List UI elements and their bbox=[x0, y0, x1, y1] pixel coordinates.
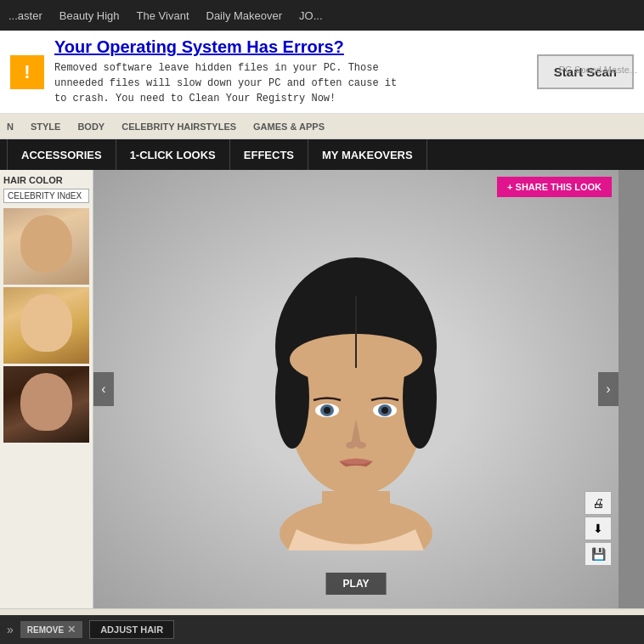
main-canvas: + SHARE THIS LOOK ‹ › PLAY 🖨 ⬇ 💾 bbox=[93, 170, 619, 608]
face-image bbox=[229, 228, 483, 551]
celebrity-thumb-2[interactable] bbox=[3, 287, 89, 364]
nav-item-daily-makeover[interactable]: Daily Makeover bbox=[206, 9, 283, 22]
hair-color-label: HAIR COLOR bbox=[3, 175, 89, 185]
nav-item-jo[interactable]: JO... bbox=[299, 9, 322, 22]
main-navigation: ACCESSORIES 1-CLICK LOOKS EFFECTS MY MAK… bbox=[0, 139, 644, 170]
ad-body: Removed software leave hidden files in y… bbox=[54, 60, 527, 106]
adjust-hair-button[interactable]: ADJUST HAIR bbox=[89, 620, 174, 639]
top-navigation: ...aster Beauty High The Vivant Daily Ma… bbox=[0, 0, 644, 31]
secondary-navigation: N STYLE BODY CELEBRITY HAIRSTYLES GAMES … bbox=[0, 114, 644, 139]
sec-nav-n[interactable]: N bbox=[7, 121, 14, 132]
sec-nav-games-apps[interactable]: GAMES & APPS bbox=[253, 121, 325, 132]
remove-button[interactable]: REMOVE ✕ bbox=[20, 621, 82, 638]
svg-point-13 bbox=[381, 407, 388, 414]
warning-icon: ! bbox=[10, 55, 44, 89]
svg-point-12 bbox=[324, 407, 330, 414]
right-panel bbox=[619, 170, 644, 608]
svg-rect-1 bbox=[322, 491, 390, 542]
footer-bar: » REMOVE ✕ ADJUST HAIR bbox=[0, 615, 644, 644]
celebrity-thumb-1[interactable] bbox=[3, 208, 89, 285]
nav-accessories[interactable]: ACCESSORIES bbox=[7, 139, 116, 170]
download-button[interactable]: ⬇ bbox=[585, 517, 612, 540]
arrows-icon: » bbox=[7, 623, 14, 636]
ad-sponsor-label: PC Speed Maste... bbox=[559, 65, 637, 75]
left-arrow-button[interactable]: ‹ bbox=[93, 372, 114, 406]
nav-item-the-vivant[interactable]: The Vivant bbox=[137, 9, 189, 22]
face-display bbox=[93, 170, 619, 608]
celebrity-thumb-3[interactable] bbox=[3, 366, 89, 443]
celeb-face-1 bbox=[20, 215, 72, 273]
celeb-face-3 bbox=[20, 373, 72, 431]
nav-1click-looks[interactable]: 1-CLICK LOOKS bbox=[116, 139, 230, 170]
remove-x-icon: ✕ bbox=[67, 624, 76, 636]
ad-banner: ! Your Operating System Has Errors? Remo… bbox=[0, 31, 644, 114]
content-area: HAIR COLOR CELEBRITY INdEX bbox=[0, 170, 644, 608]
celeb-face-2 bbox=[20, 294, 72, 352]
nav-my-makeovers[interactable]: MY MAKEOVERS bbox=[308, 139, 427, 170]
play-button[interactable]: PLAY bbox=[326, 573, 387, 595]
sidebar: HAIR COLOR CELEBRITY INdEX bbox=[0, 170, 93, 608]
svg-point-16 bbox=[330, 466, 381, 491]
print-button[interactable]: 🖨 bbox=[585, 491, 612, 515]
save-icon-button[interactable]: 💾 bbox=[585, 542, 612, 566]
share-look-button[interactable]: + SHARE THIS LOOK bbox=[497, 177, 612, 197]
right-arrow-button[interactable]: › bbox=[598, 372, 619, 406]
celebrity-index-button[interactable]: CELEBRITY INdEX bbox=[3, 189, 89, 203]
sec-nav-body[interactable]: BODY bbox=[77, 121, 105, 132]
svg-point-14 bbox=[346, 442, 356, 449]
sec-nav-celebrity-hairstyles[interactable]: CELEBRITY HAIRSTYLES bbox=[121, 121, 236, 132]
tool-icons-panel: 🖨 ⬇ 💾 bbox=[585, 491, 612, 566]
ad-title[interactable]: Your Operating System Has Errors? bbox=[54, 37, 527, 57]
remove-label: REMOVE bbox=[27, 625, 64, 635]
nav-item-aster[interactable]: ...aster bbox=[8, 9, 42, 22]
svg-point-15 bbox=[356, 442, 366, 449]
nav-item-beauty-high[interactable]: Beauty High bbox=[59, 9, 120, 22]
nav-effects[interactable]: EFFECTS bbox=[230, 139, 308, 170]
ad-text-block: Your Operating System Has Errors? Remove… bbox=[54, 37, 527, 106]
sec-nav-style[interactable]: STYLE bbox=[31, 121, 60, 132]
